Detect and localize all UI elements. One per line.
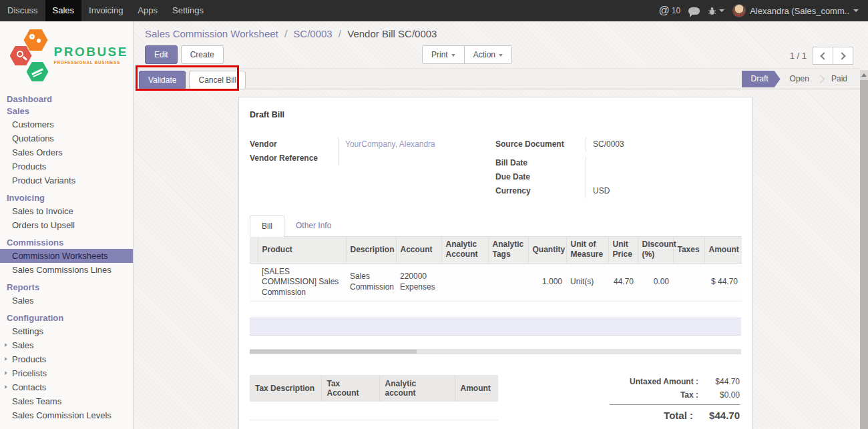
sidebar-section-reports[interactable]: Reports [0,282,133,294]
vendor-value[interactable]: YourCompany, Alexandra [338,137,495,151]
breadcrumb-current: Vendor Bill SC/0003 [347,28,437,39]
action-button[interactable]: Action [464,45,512,64]
edit-button[interactable]: Edit [145,45,178,64]
sidebar-item-sales-commission-levels[interactable]: Sales Commission Levels [0,408,133,422]
caret-down-icon [451,54,455,57]
scrollbar-thumb[interactable] [860,80,868,429]
sidebar-section-configuration[interactable]: Configuration [0,312,133,324]
totals-block: Untaxed Amount : $44.70 Tax : $0.00 Tota… [610,375,740,423]
currency-label: Currency [495,184,586,198]
scroll-up-button[interactable] [860,70,868,80]
user-menu[interactable]: Alexandra (Sales_comm.. [732,4,859,17]
sidebar: PROBUSE PROFESSIONAL BUSINESS Dashboard … [0,21,134,429]
sidebar-item-config-sales[interactable]: Sales [0,338,133,352]
sidebar-item-products[interactable]: Products [0,159,133,173]
nav-settings[interactable]: Settings [165,0,211,21]
cell-quantity: 1.000 [528,263,566,302]
cell-handle [250,263,258,302]
total-label: Total : [664,410,693,421]
logo-hexagons [9,28,51,83]
gear-hexagon-icon [24,29,48,51]
vendor-reference-label: Vendor Reference [250,151,338,165]
pager-previous-button[interactable] [813,47,833,65]
scrollbar-thumb[interactable] [250,350,417,354]
sidebar-item-settings[interactable]: Settings [0,324,133,338]
cell-analytic-account [441,263,488,302]
tab-bill[interactable]: Bill [250,216,284,237]
notebook-tabs: Bill Other Info [250,216,741,237]
sidebar-item-sales-commissions-lines[interactable]: Sales Commissions Lines [0,263,133,277]
taxes-header-row: Tax Description Tax Account Analytic acc… [250,375,498,402]
sidebar-section-commissions[interactable]: Commissions [0,237,133,249]
sidebar-item-sales-teams[interactable]: Sales Teams [0,394,133,408]
bill-date-label: Bill Date [495,156,586,170]
status-paid[interactable]: Paid [822,71,857,87]
sidebar-item-reports-sales[interactable]: Sales [0,294,133,308]
debug-menu[interactable] [708,7,724,15]
status-draft[interactable]: Draft [742,71,781,87]
horizontal-scrollbar[interactable] [250,349,741,354]
cell-discount: 0.00 [638,263,673,302]
breadcrumb: Sales Commission Worksheet / SC/0003 / V… [145,28,437,39]
cell-analytic-tags [488,263,528,302]
sidebar-section-sales[interactable]: Sales [0,105,133,117]
sidebar-item-label: Pricelists [12,368,47,378]
field-group-left: Vendor YourCompany, Alexandra Vendor Ref… [250,137,495,198]
cell-taxes [673,263,704,302]
vertical-scrollbar[interactable] [860,70,868,429]
breadcrumb-separator: / [335,28,345,39]
sidebar-item-dashboard[interactable]: Dashboard [0,93,133,105]
sidebar-item-label: Products [12,354,46,364]
create-button[interactable]: Create [181,45,224,64]
print-button[interactable]: Print [422,45,465,64]
probuse-logo: PROBUSE PROFESSIONAL BUSINESS [9,28,124,83]
col-header-tax-amount: Amount [455,375,498,402]
cancel-bill-button[interactable]: Cancel Bill [189,71,246,89]
sidebar-section-invoicing[interactable]: Invoicing [0,192,133,204]
col-header-quantity: Quantity [528,237,566,263]
vendor-label: Vendor [250,137,338,151]
col-header-analytic-tags: Analytic Tags [488,237,528,263]
nav-discuss[interactable]: Discuss [0,0,45,21]
topbar-right: @ 10 Alexandra (Sales_comm.. [659,0,868,21]
main-content: Sales Commission Worksheet / SC/0003 / V… [134,21,868,429]
col-header-product: Product [258,237,346,263]
total-row: Total : $44.70 [610,405,740,423]
col-header-handle [250,237,258,263]
chat-icon[interactable] [688,7,700,15]
table-row[interactable]: [SALES COMMISSION] Sales Commission Sale… [250,263,742,302]
validate-button[interactable]: Validate [139,71,186,89]
mention-counter[interactable]: @ 10 [659,5,681,17]
status-strip: Validate Cancel Bill Draft Open Paid [134,68,860,89]
nav-apps[interactable]: Apps [130,0,165,21]
taxes-empty-row [250,402,498,420]
sidebar-item-customers[interactable]: Customers [0,117,133,131]
sidebar-item-quotations[interactable]: Quotations [0,131,133,145]
statusbar-states: Draft Open Paid [742,71,857,87]
breadcrumb-worksheets-link[interactable]: Sales Commission Worksheet [145,28,278,39]
logo-subtitle: PROFESSIONAL BUSINESS [54,61,128,65]
untaxed-amount-label: Untaxed Amount : [630,377,698,386]
col-header-analytic-account: Analytic account [379,375,455,402]
nav-sales[interactable]: Sales [45,0,82,21]
sidebar-item-sales-orders[interactable]: Sales Orders [0,145,133,159]
sidebar-item-config-products[interactable]: Products [0,352,133,366]
sidebar-item-orders-to-upsell[interactable]: Orders to Upsell [0,218,133,232]
field-source-document: Source Document SC/0003 [495,137,741,151]
sidebar-item-contacts[interactable]: Contacts [0,380,133,394]
sidebar-item-pricelists[interactable]: Pricelists [0,366,133,380]
tab-other-info[interactable]: Other Info [284,216,343,236]
pager: 1 / 1 [790,47,853,65]
pager-next-button[interactable] [833,47,853,65]
nav-invoicing[interactable]: Invoicing [81,0,130,21]
breadcrumb-record-link[interactable]: SC/0003 [293,28,332,39]
status-open[interactable]: Open [781,71,819,87]
user-avatar [732,4,746,17]
col-header-analytic-account: Analytic Account [441,237,488,263]
sidebar-item-commission-worksheets[interactable]: Commission Worksheets [0,249,133,263]
col-header-unit-price: Unit Price [608,237,638,263]
field-due-date: Due Date [495,170,741,184]
chevron-right-icon [838,52,845,59]
sidebar-item-product-variants[interactable]: Product Variants [0,173,133,187]
sidebar-item-sales-to-invoice[interactable]: Sales to Invoice [0,204,133,218]
